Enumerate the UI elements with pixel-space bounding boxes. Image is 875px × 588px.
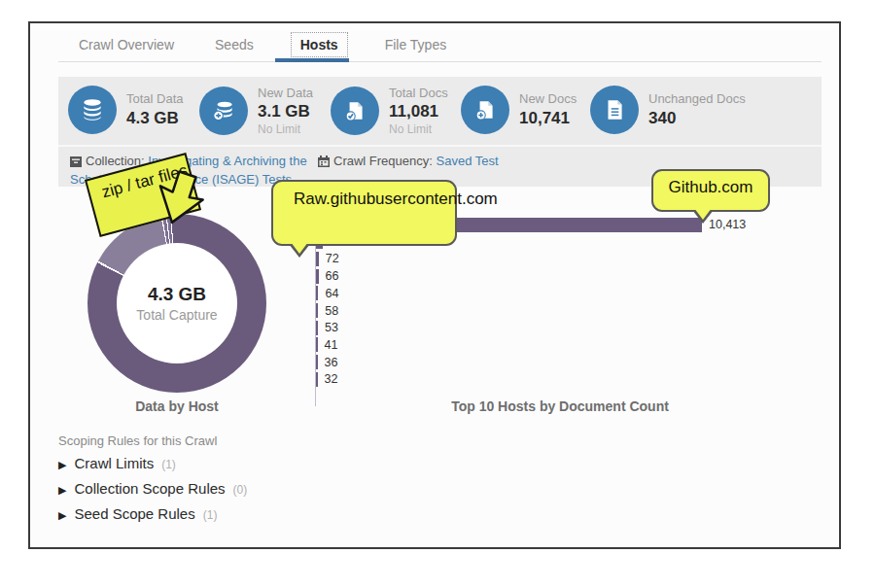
- stat-value: 10,741: [519, 108, 577, 128]
- caret-right-icon: ▶: [58, 459, 66, 471]
- stat-value: 3.1 GB: [258, 101, 313, 121]
- bar-row: 58: [316, 303, 338, 319]
- donut-total-value: 4.3 GB: [148, 284, 206, 305]
- bar-chart-title: Top 10 Hosts by Document Count: [351, 398, 769, 414]
- bar-value-label: 66: [326, 269, 339, 283]
- stat-value: 4.3 GB: [126, 108, 184, 128]
- stat-unchanged-docs: Unchanged Docs 340: [590, 86, 746, 134]
- tab-bar: Crawl Overview Seeds Hosts File Types: [75, 32, 450, 57]
- bar-fill: [316, 372, 318, 387]
- calendar-icon: [318, 156, 330, 170]
- donut-chart-title: Data by Host: [80, 398, 274, 414]
- bar-fill: [316, 269, 319, 284]
- caret-right-icon: ▶: [58, 509, 66, 522]
- bar-value-label: 53: [325, 321, 338, 334]
- bar-value-label: 32: [325, 372, 338, 386]
- bar-value-label: 10,413: [709, 218, 746, 231]
- caret-right-icon: ▶: [58, 484, 66, 497]
- scope-item-seed-scope-rules[interactable]: ▶ Seed Scope Rules (1): [58, 505, 217, 522]
- panel-divider: [58, 145, 822, 147]
- tab-crawl-overview[interactable]: Crawl Overview: [75, 32, 178, 57]
- stat-label: Unchanged Docs: [648, 91, 746, 107]
- stat-label: New Docs: [519, 91, 577, 107]
- stat-value: 340: [648, 108, 746, 128]
- bar-fill: [316, 355, 318, 369]
- bar-value-label: 58: [325, 304, 338, 318]
- stat-label: New Data: [258, 86, 313, 101]
- stat-sub: No Limit: [258, 122, 313, 137]
- document-check-icon: [331, 86, 379, 135]
- report-page: Crawl Overview Seeds Hosts File Types To…: [28, 21, 841, 549]
- scope-item-count: (0): [233, 483, 248, 497]
- stat-value: 11,081: [389, 101, 448, 121]
- scoping-rules-title: Scoping Rules for this Crawl: [58, 433, 217, 448]
- scope-item-count: (1): [161, 458, 176, 471]
- stat-total-data: Total Data 4.3 GB: [68, 86, 184, 134]
- stat-new-data: New Data 3.1 GB No Limit: [199, 86, 313, 137]
- stat-total-docs: Total Docs 11,081 No Limit: [331, 86, 448, 137]
- scope-item-label: Crawl Limits: [74, 455, 154, 471]
- tab-file-types[interactable]: File Types: [381, 32, 451, 57]
- scope-item-count: (1): [203, 508, 218, 522]
- annotation-github-com: Github.com: [651, 169, 770, 212]
- document-icon: [590, 86, 639, 134]
- bar-value-label: 41: [325, 338, 338, 352]
- stat-label: Total Data: [126, 91, 184, 107]
- bar-value-label: 72: [326, 252, 339, 265]
- bar-fill: [316, 321, 318, 335]
- crawl-frequency-info: Crawl Frequency: Saved Test: [318, 154, 499, 170]
- bar-value-label: 64: [325, 287, 338, 300]
- bar-row: 36: [316, 355, 337, 370]
- donut-total-label: Total Capture: [136, 307, 217, 323]
- data-by-host-donut: 4.3 GB Total Capture: [88, 214, 266, 393]
- database-icon: [68, 86, 117, 134]
- stat-sub: No Limit: [389, 122, 448, 137]
- document-add-icon: [461, 86, 509, 134]
- bar-row: 53: [316, 320, 338, 335]
- bar-row: 41: [316, 337, 337, 353]
- tab-hosts[interactable]: Hosts: [291, 32, 348, 57]
- scope-item-crawl-limits[interactable]: ▶ Crawl Limits (1): [58, 455, 176, 471]
- bar-fill: [316, 252, 319, 266]
- collection-icon: [70, 156, 82, 172]
- tab-bar-divider: [58, 61, 822, 62]
- database-add-icon: [199, 86, 248, 135]
- tab-seeds[interactable]: Seeds: [211, 32, 258, 57]
- frequency-label: Crawl Frequency:: [333, 154, 433, 168]
- scope-item-label: Collection Scope Rules: [74, 480, 225, 497]
- annotation-raw-githubusercontent: Raw.githubusercontent.com: [271, 180, 457, 246]
- bar-row: 72: [316, 251, 339, 266]
- stat-label: Total Docs: [389, 86, 448, 101]
- scope-item-collection-scope-rules[interactable]: ▶ Collection Scope Rules (0): [58, 480, 247, 497]
- bar-fill: [316, 337, 318, 352]
- frequency-link[interactable]: Saved Test: [437, 154, 499, 168]
- bar-row: 32: [316, 371, 337, 387]
- donut-center: 4.3 GB Total Capture: [117, 243, 237, 363]
- bar-fill: [316, 286, 318, 300]
- bar-row: 66: [316, 268, 338, 284]
- scope-item-label: Seed Scope Rules: [74, 505, 194, 522]
- stat-new-docs: New Docs 10,741: [461, 86, 577, 134]
- bar-row: 64: [316, 286, 338, 301]
- bar-value-label: 36: [325, 356, 338, 369]
- bar-fill: [316, 303, 318, 318]
